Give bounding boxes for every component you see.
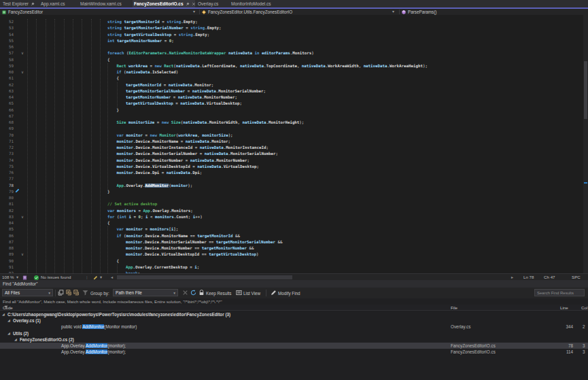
code-line-86[interactable]: if (monitor.Device.MonitorName == target… bbox=[117, 233, 241, 239]
line-number[interactable]: 61 bbox=[0, 75, 14, 82]
result-row[interactable]: public void AddMonitor(Monitor monitor)O… bbox=[0, 324, 588, 330]
tab-test-explorer[interactable]: Test Explorer bbox=[1, 0, 38, 7]
health-status-text[interactable]: No issues found bbox=[41, 275, 71, 280]
code-line-71[interactable]: monitor.Device.MonitorName = nativeData.… bbox=[117, 139, 231, 145]
line-number[interactable]: 83 bbox=[0, 214, 14, 220]
line-number[interactable]: 82 bbox=[0, 208, 14, 214]
line-number[interactable]: 70 bbox=[0, 133, 14, 139]
fold-collapse-icon[interactable]: ∨ bbox=[21, 214, 24, 220]
line-number[interactable]: 78 bbox=[0, 183, 14, 189]
line-number[interactable]: 75 bbox=[0, 164, 14, 170]
line-number[interactable]: 66 bbox=[0, 107, 14, 114]
member-dropdown[interactable]: ParseParams() bbox=[400, 9, 588, 15]
code-line-82[interactable]: var monitors = App.Overlay.Monitors; bbox=[107, 208, 193, 214]
tree-expander-icon[interactable]: ◢ bbox=[2, 311, 5, 317]
code-line-60[interactable]: if (nativeData.IsSelected) bbox=[117, 69, 179, 75]
line-number[interactable]: 67 bbox=[0, 114, 14, 120]
line-number[interactable]: 57 bbox=[0, 50, 14, 56]
line-number[interactable]: 55 bbox=[0, 38, 14, 44]
line-number[interactable]: 89 bbox=[0, 252, 14, 258]
document-health-icon[interactable] bbox=[22, 275, 27, 280]
line-number[interactable]: 64 bbox=[0, 94, 14, 101]
type-dropdown[interactable]: FancyZonesEditor.Utils.FancyZonesEditorI… bbox=[200, 9, 398, 15]
line-number[interactable]: 63 bbox=[0, 88, 14, 94]
line-number[interactable]: 81 bbox=[0, 201, 14, 207]
code-line-76[interactable]: monitor.Device.Dpi = nativeData.Dpi; bbox=[117, 170, 203, 176]
project-dropdown[interactable]: FancyZonesEditor ▾ bbox=[0, 9, 199, 15]
result-group-row[interactable]: ◢FancyZonesEditorIO.cs (2) bbox=[0, 336, 588, 343]
tree-expander-icon[interactable]: ◢ bbox=[14, 336, 17, 343]
code-line-83[interactable]: for (int i = 0; i < monitors.Count; i++) bbox=[107, 214, 203, 220]
lock-icon[interactable] bbox=[198, 290, 205, 296]
line-number[interactable]: 72 bbox=[0, 145, 14, 151]
hscrollbar-thumb[interactable] bbox=[117, 275, 292, 279]
tab-fancyzoneseditorio-cs[interactable]: FancyZonesEditorIO.cs bbox=[133, 0, 195, 7]
column-header-col[interactable]: Col bbox=[581, 305, 587, 311]
code-editor[interactable]: 52string targetMonitorId = string.Empty;… bbox=[0, 15, 583, 273]
line-number[interactable]: 76 bbox=[0, 170, 14, 176]
tab-mainwindow-xaml-cs[interactable]: MainWindow.xaml.cs bbox=[79, 0, 131, 7]
stop-search-icon[interactable] bbox=[182, 290, 188, 296]
result-group-row[interactable]: ◢Overlay.cs (1) bbox=[0, 317, 588, 324]
fold-collapse-icon[interactable]: ∨ bbox=[21, 50, 24, 56]
code-line-64[interactable]: targetMonitorNumber = nativeData.Monitor… bbox=[126, 94, 237, 101]
line-number[interactable]: 87 bbox=[0, 239, 14, 245]
line-number[interactable]: 62 bbox=[0, 82, 14, 88]
code-line-74[interactable]: monitor.Device.MonitorNumber = nativeDat… bbox=[117, 158, 250, 164]
search-find-results-input[interactable]: Search Find Results bbox=[534, 289, 585, 296]
line-number[interactable]: 88 bbox=[0, 245, 14, 252]
code-line-84[interactable]: { bbox=[107, 220, 110, 226]
line-number[interactable]: 74 bbox=[0, 158, 14, 164]
column-header-line[interactable]: Line bbox=[560, 305, 568, 311]
code-line-73[interactable]: monitor.Device.MonitorSerialNumber = nat… bbox=[117, 151, 278, 157]
group-by-dropdown[interactable]: Path then File ▾ bbox=[113, 289, 178, 296]
refresh-icon[interactable] bbox=[190, 290, 196, 296]
line-number[interactable]: 52 bbox=[0, 19, 14, 25]
code-line-68[interactable]: Size monitorSize = new Size(nativeData.M… bbox=[117, 120, 305, 126]
column-header-file[interactable]: File bbox=[451, 305, 457, 311]
copy-icon[interactable] bbox=[58, 290, 64, 296]
keep-results-button[interactable]: Keep Results bbox=[206, 290, 231, 297]
editor-vertical-scrollbar[interactable] bbox=[583, 15, 588, 273]
result-group-row[interactable]: ◢Utils (2) bbox=[0, 330, 588, 336]
line-number[interactable]: 79 bbox=[0, 189, 14, 195]
line-number[interactable]: 77 bbox=[0, 176, 14, 182]
code-line-66[interactable]: } bbox=[117, 107, 120, 114]
code-line-55[interactable]: int targetMonitorNumber = 0; bbox=[107, 38, 174, 44]
line-number[interactable]: 58 bbox=[0, 57, 14, 63]
code-line-87[interactable]: monitor.Device.MonitorSerialNumber == ta… bbox=[126, 239, 282, 245]
code-line-59[interactable]: Rect workArea = new Rect(nativeData.Left… bbox=[117, 63, 428, 69]
zoom-level[interactable]: 108 % bbox=[2, 275, 14, 280]
pin-icon[interactable] bbox=[31, 2, 35, 6]
line-number[interactable]: 54 bbox=[0, 32, 14, 38]
fold-collapse-icon[interactable]: ∨ bbox=[21, 69, 24, 75]
tree-expander-icon[interactable]: ◢ bbox=[7, 317, 10, 324]
hscroll-left-arrow[interactable]: ◂ bbox=[111, 275, 113, 280]
code-line-90[interactable]: { bbox=[117, 258, 120, 264]
filter-icon[interactable] bbox=[82, 290, 88, 296]
line-number[interactable]: 71 bbox=[0, 139, 14, 145]
code-line-81[interactable]: // Set active desktop bbox=[107, 201, 157, 207]
tab-app-xaml-cs[interactable]: App.xaml.cs bbox=[39, 0, 77, 7]
code-filter-funnel-icon[interactable] bbox=[4, 305, 8, 309]
line-number[interactable]: 59 bbox=[0, 63, 14, 69]
code-line-75[interactable]: monitor.Device.VirtualDesktopId = native… bbox=[117, 164, 260, 170]
tab-overlay-cs[interactable]: Overlay.cs bbox=[196, 0, 228, 7]
code-line-57[interactable]: foreach (EditorParameters.NativeMonitorD… bbox=[107, 50, 314, 56]
tab-monitorinfomodel-cs[interactable]: MonitorInfoModel.cs bbox=[230, 0, 283, 7]
hscroll-right-arrow[interactable]: ▸ bbox=[511, 275, 513, 280]
pen-dropdown-icon[interactable]: ▾ bbox=[100, 275, 102, 280]
line-number[interactable]: 65 bbox=[0, 101, 14, 107]
code-line-53[interactable]: string targetMonitorSerialNumber = strin… bbox=[107, 25, 222, 31]
scrollbar-thumb[interactable] bbox=[584, 61, 587, 119]
line-number[interactable]: 85 bbox=[0, 226, 14, 232]
code-line-58[interactable]: { bbox=[107, 57, 110, 63]
result-row[interactable]: App.Overlay.AddMonitor(monitor);FancyZon… bbox=[0, 349, 588, 355]
zoom-dropdown-icon[interactable]: ▾ bbox=[16, 275, 18, 280]
code-line-54[interactable]: string targetVirtualDesktop = string.Emp… bbox=[107, 32, 209, 38]
code-line-79[interactable]: } bbox=[107, 189, 110, 195]
code-line-72[interactable]: monitor.Device.MonitorInstanceId = nativ… bbox=[117, 145, 269, 151]
close-icon[interactable] bbox=[192, 2, 196, 6]
line-number[interactable]: 80 bbox=[0, 195, 14, 201]
code-line-89[interactable]: monitor.Device.VirtualDesktopId == targe… bbox=[126, 252, 259, 258]
